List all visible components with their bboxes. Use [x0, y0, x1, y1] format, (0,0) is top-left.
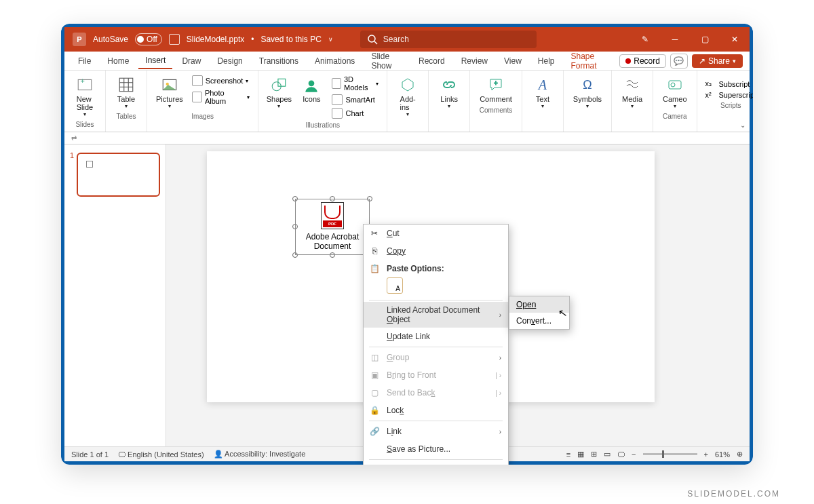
zoom-in-button[interactable]: +	[704, 450, 708, 459]
save-icon[interactable]	[169, 34, 180, 45]
media-button[interactable]: Media▾	[619, 75, 646, 111]
addins-button[interactable]: Add- ins▾	[394, 75, 421, 119]
svg-point-13	[309, 81, 315, 87]
sorter-view-button[interactable]: ⊞	[591, 450, 597, 459]
record-button[interactable]: Record	[619, 54, 666, 68]
pdf-icon: PDF	[321, 202, 344, 229]
photo-album-icon	[192, 92, 202, 102]
tab-draw[interactable]: Draw	[175, 54, 208, 69]
photo-album-button[interactable]: Photo Album ▾	[191, 88, 252, 106]
ctx-save-picture[interactable]: Save as Picture...	[364, 440, 508, 458]
slide-number: 1	[70, 151, 74, 197]
ctx-alt-text[interactable]: ⊡View Alt Text...	[364, 461, 508, 465]
object-label: Adobe AcrobatDocument	[296, 232, 369, 252]
smartart-icon	[332, 94, 343, 105]
file-name: SlideModel.pptx	[187, 35, 244, 44]
tab-design[interactable]: Design	[210, 54, 249, 69]
ctx-group: ◫Group›	[364, 349, 508, 366]
thumbnail-content-icon	[86, 161, 93, 168]
bring-front-icon: ▣	[369, 370, 380, 381]
slide-thumbnail-panel: 1	[64, 144, 166, 446]
svg-rect-4	[119, 78, 133, 92]
reading-view-button[interactable]: ▭	[604, 450, 610, 459]
new-slide-button[interactable]: +New Slide▾	[71, 75, 98, 119]
close-button[interactable]: ✕	[720, 27, 750, 52]
tab-insert[interactable]: Insert	[138, 53, 172, 69]
slide-thumbnail[interactable]	[77, 153, 160, 197]
save-status: Saved to this PC	[260, 35, 321, 44]
tab-animations[interactable]: Animations	[308, 54, 362, 69]
notes-button[interactable]: ≡	[566, 450, 570, 459]
ctx-update-link[interactable]: Update Link	[364, 328, 508, 345]
autosave-toggle[interactable]: Off	[135, 33, 162, 45]
chart-icon	[332, 108, 343, 119]
svg-line-1	[374, 41, 377, 44]
svg-point-0	[368, 35, 375, 42]
copy-icon: ⎘	[369, 246, 380, 256]
app-logo-icon: P	[73, 33, 86, 46]
watermark: SLIDEMODEL.COM	[687, 489, 780, 499]
ctx-bring-front: ▣Bring to Front| ›	[364, 366, 508, 384]
tab-review[interactable]: Review	[454, 54, 495, 69]
ctx-link[interactable]: 🔗Link›	[364, 423, 508, 440]
menu-bar: File Home Insert Draw Design Transitions…	[64, 52, 750, 71]
tab-record[interactable]: Record	[412, 54, 452, 69]
smartart-button[interactable]: SmartArt	[330, 94, 380, 106]
tab-shape-format[interactable]: Shape Format	[564, 49, 617, 73]
context-menu: ✂CuCutt ⎘Copy 📋Paste Options: A Linked A…	[363, 224, 509, 465]
tab-home[interactable]: Home	[100, 54, 136, 69]
ctx-send-back: ▢Send to Back| ›	[364, 384, 508, 402]
ctx-copy[interactable]: ⎘Copy	[364, 242, 508, 260]
ctx-paste-heading: 📋Paste Options:	[364, 260, 508, 277]
icons-button[interactable]: Icons	[298, 75, 325, 104]
ctx-lock[interactable]: 🔒Lock	[364, 402, 508, 419]
pictures-button[interactable]: Pictures▾	[154, 75, 185, 111]
paste-option-keep-text[interactable]: A	[387, 277, 403, 294]
3d-models-button[interactable]: 3D Models ▾	[330, 75, 380, 92]
comments-pane-button[interactable]: 💬	[670, 54, 688, 69]
maximize-button[interactable]: ▢	[690, 27, 720, 52]
slideshow-view-button[interactable]: 🖵	[617, 450, 625, 459]
ctx-cut[interactable]: ✂CuCutt	[364, 225, 508, 242]
tab-file[interactable]: File	[71, 54, 98, 69]
search-input[interactable]: Search	[360, 31, 537, 48]
language-status[interactable]: 🖵 English (United States)	[118, 450, 204, 459]
minimize-button[interactable]: ─	[660, 27, 690, 52]
screenshot-icon	[192, 75, 203, 86]
shapes-button[interactable]: Shapes▾	[265, 75, 292, 111]
embedded-pdf-object[interactable]: PDF Adobe AcrobatDocument	[295, 199, 370, 255]
cameo-button[interactable]: Cameo▾	[660, 75, 689, 111]
zoom-level[interactable]: 61%	[715, 450, 730, 459]
share-button[interactable]: ↗ Share ▾	[692, 54, 743, 68]
clipboard-icon: 📋	[369, 263, 380, 274]
text-button[interactable]: AText▾	[529, 75, 556, 111]
table-button[interactable]: Table▾	[113, 75, 140, 111]
lock-icon: 🔒	[369, 405, 380, 416]
ctx-linked-object[interactable]: Linked Acrobat Document Object›	[364, 302, 508, 328]
fit-to-window-button[interactable]: ⊕	[737, 450, 743, 459]
comment-button[interactable]: +Comment	[477, 75, 515, 104]
normal-view-button[interactable]: ▦	[577, 450, 584, 459]
chart-button[interactable]: Chart	[330, 107, 380, 119]
tab-view[interactable]: View	[497, 54, 528, 69]
tab-slideshow[interactable]: Slide Show	[364, 49, 409, 73]
tab-transitions[interactable]: Transitions	[252, 54, 305, 69]
group-icon: ◫	[369, 352, 380, 363]
ribbon: +New Slide▾ Slides Table▾ Tables Picture…	[64, 71, 750, 132]
screenshot-button[interactable]: Screenshot ▾	[191, 75, 252, 87]
search-icon	[367, 34, 378, 45]
svg-marker-14	[402, 79, 413, 91]
tab-help[interactable]: Help	[531, 54, 562, 69]
send-back-icon: ▢	[369, 387, 380, 398]
zoom-slider[interactable]	[643, 453, 697, 455]
accessibility-status[interactable]: 👤 Accessibility: Investigate	[214, 450, 306, 459]
superscript-button[interactable]: x²Superscript	[704, 90, 753, 100]
ribbon-display-icon[interactable]: ✎	[630, 27, 660, 52]
svg-text:+: +	[81, 77, 85, 85]
zoom-out-button[interactable]: −	[632, 450, 636, 459]
svg-point-17	[671, 83, 675, 87]
links-button[interactable]: Links▾	[435, 75, 463, 111]
subscript-button[interactable]: x₂Subscript	[704, 79, 753, 89]
collapse-ribbon-icon[interactable]: ⌄	[740, 121, 745, 129]
symbols-button[interactable]: ΩSymbols▾	[570, 75, 604, 111]
